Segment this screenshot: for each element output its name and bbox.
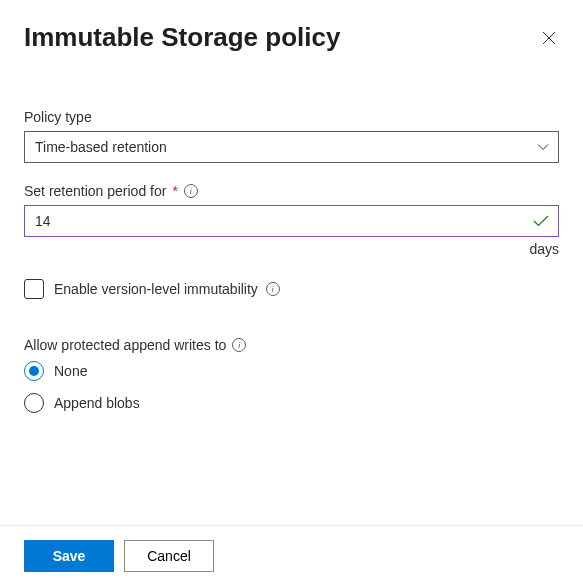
radio-label-append-blobs: Append blobs: [54, 395, 140, 411]
version-immutability-checkbox[interactable]: [24, 279, 44, 299]
radio-option-append-blobs[interactable]: Append blobs: [24, 393, 559, 413]
dialog-title: Immutable Storage policy: [24, 22, 340, 53]
retention-input[interactable]: [24, 205, 559, 237]
append-writes-label: Allow protected append writes to: [24, 337, 226, 353]
radio-label-none: None: [54, 363, 87, 379]
required-indicator: *: [172, 183, 177, 199]
version-immutability-label: Enable version-level immutability: [54, 281, 258, 297]
policy-type-value: Time-based retention: [35, 139, 167, 155]
info-icon[interactable]: i: [266, 282, 280, 296]
cancel-button[interactable]: Cancel: [124, 540, 214, 572]
radio-button: [24, 393, 44, 413]
retention-unit: days: [24, 241, 559, 257]
info-icon[interactable]: i: [184, 184, 198, 198]
close-button[interactable]: [539, 28, 559, 48]
radio-option-none[interactable]: None: [24, 361, 559, 381]
policy-type-label: Policy type: [24, 109, 559, 125]
close-icon: [542, 31, 556, 45]
info-icon[interactable]: i: [232, 338, 246, 352]
policy-type-select[interactable]: Time-based retention: [24, 131, 559, 163]
retention-label: Set retention period for: [24, 183, 166, 199]
save-button[interactable]: Save: [24, 540, 114, 572]
radio-button: [24, 361, 44, 381]
